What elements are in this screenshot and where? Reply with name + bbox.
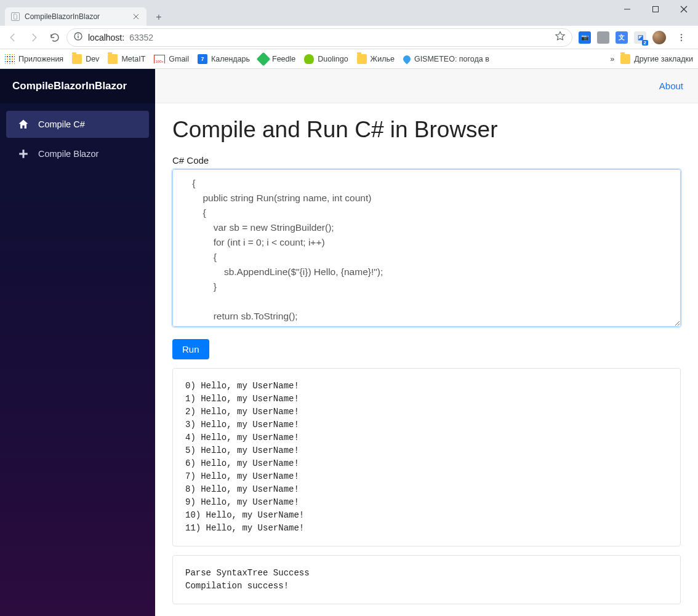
chrome-menu-icon[interactable] [672, 28, 691, 47]
weather-icon [401, 54, 412, 64]
app-brand[interactable]: CompileBlazorInBlazor [0, 69, 155, 103]
page-title: Compile and Run C# in Browser [172, 117, 681, 143]
bookmark-label: Dev [86, 55, 99, 63]
sidebar-item-compile-blazor[interactable]: Compile Blazor [6, 140, 149, 167]
status-panel: Parse SyntaxTree Success Compilation suc… [172, 555, 681, 604]
bookmark-star-icon[interactable] [555, 31, 566, 44]
extension-icon[interactable] [597, 31, 609, 44]
code-textarea[interactable] [172, 169, 681, 327]
url-host: localhost: [88, 33, 124, 42]
bookmark-housing[interactable]: Жилье [357, 54, 395, 64]
browser-window: CompileBlazorInBlazor + localhost:63352 … [0, 0, 698, 69]
back-button[interactable] [4, 28, 22, 47]
gmail-icon [154, 55, 165, 63]
extension-icons: 📷 文 ◪2 [575, 28, 694, 47]
calendar-icon: 7 [198, 54, 207, 64]
bookmark-dev[interactable]: Dev [72, 54, 99, 64]
plus-icon [17, 148, 30, 160]
bookmarks-overflow[interactable]: » [610, 55, 614, 63]
bookmark-label: Feedle [272, 55, 295, 63]
browser-tab[interactable]: CompileBlazorInBlazor [5, 7, 146, 26]
tabstrip: CompileBlazorInBlazor + [0, 6, 698, 26]
translate-icon[interactable]: 文 [616, 31, 628, 44]
window-close[interactable] [670, 0, 698, 18]
svg-point-11 [681, 39, 682, 41]
sidebar: CompileBlazorInBlazor Compile C# Compile… [0, 69, 155, 616]
bookmarks-bar: Приложения Dev MetaIT Gmail 7Календарь F… [0, 49, 698, 69]
sidebar-nav: Compile C# Compile Blazor [0, 103, 155, 175]
bookmark-metait[interactable]: MetaIT [108, 54, 145, 64]
bookmark-label: GISMETEO: погода в [414, 55, 489, 63]
main-content: Compile and Run C# in Browser C# Code Ru… [155, 103, 698, 616]
about-link[interactable]: About [659, 81, 683, 91]
sidebar-item-compile-csharp[interactable]: Compile C# [6, 111, 149, 138]
feedle-icon [257, 52, 271, 66]
forward-button[interactable] [25, 28, 43, 47]
bookmark-label: Duolingo [318, 55, 348, 63]
tab-title: CompileBlazorInBlazor [25, 12, 127, 21]
bookmark-label: Жилье [371, 55, 395, 63]
run-button[interactable]: Run [172, 339, 209, 359]
bookmark-gmail[interactable]: Gmail [154, 55, 189, 63]
home-icon [17, 118, 30, 130]
topbar: About [155, 69, 698, 103]
bookmark-label: MetaIT [121, 55, 145, 63]
page-icon [11, 12, 20, 21]
bookmark-label: Другие закладки [634, 55, 693, 63]
profile-avatar[interactable] [652, 31, 666, 44]
duolingo-icon [304, 54, 314, 64]
bookmark-calendar[interactable]: 7Календарь [198, 54, 250, 64]
folder-icon [72, 54, 82, 64]
sidebar-item-label: Compile Blazor [38, 149, 98, 159]
code-label: C# Code [172, 155, 681, 166]
svg-point-10 [681, 36, 682, 38]
bookmark-label: Gmail [169, 55, 189, 63]
bookmark-apps[interactable]: Приложения [5, 54, 63, 64]
sidebar-item-label: Compile C# [38, 119, 85, 129]
folder-icon [620, 54, 630, 64]
extension-icon[interactable]: 📷 [579, 31, 591, 44]
folder-icon [108, 54, 118, 64]
svg-rect-1 [653, 7, 659, 12]
apps-icon [5, 54, 15, 64]
content-area: About Compile and Run C# in Browser C# C… [155, 69, 698, 616]
bookmark-label: Календарь [211, 55, 250, 63]
folder-icon [357, 54, 367, 64]
window-maximize[interactable] [641, 0, 670, 18]
url-port: 63352 [129, 33, 153, 42]
svg-point-8 [78, 34, 79, 35]
extension-icon[interactable]: ◪2 [634, 31, 646, 44]
new-tab-button[interactable]: + [150, 9, 167, 26]
browser-toolbar: localhost:63352 📷 文 ◪2 [0, 26, 698, 49]
window-minimize[interactable] [613, 0, 641, 18]
bookmark-other[interactable]: Другие закладки [620, 54, 693, 64]
bookmark-gismeteo[interactable]: GISMETEO: погода в [403, 55, 489, 63]
app-page: CompileBlazorInBlazor Compile C# Compile… [0, 69, 698, 616]
bookmark-label: Приложения [18, 55, 63, 63]
site-info-icon[interactable] [73, 31, 83, 43]
reload-button[interactable] [46, 28, 64, 47]
svg-point-9 [681, 34, 682, 35]
window-controls [613, 0, 698, 18]
bookmark-feedle[interactable]: Feedle [259, 54, 295, 64]
bookmark-duolingo[interactable]: Duolingo [304, 54, 348, 64]
tab-close-icon[interactable] [132, 12, 140, 21]
output-panel: 0) Hello, my UserName! 1) Hello, my User… [172, 368, 681, 546]
address-bar[interactable]: localhost:63352 [66, 28, 572, 47]
